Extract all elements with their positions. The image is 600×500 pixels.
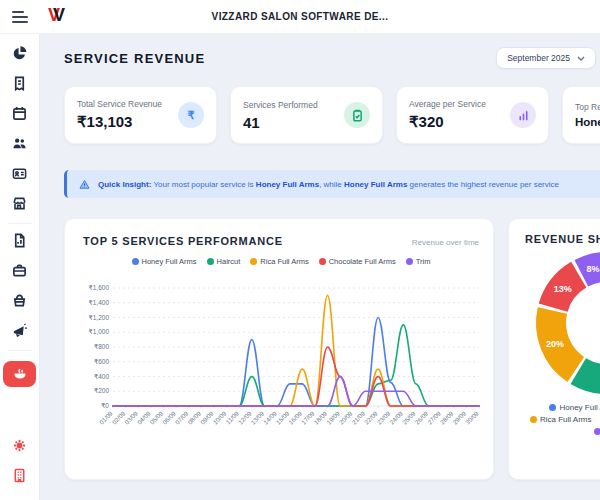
legend-item[interactable]: Honey Full Arms	[549, 403, 600, 412]
series-line-haircut[interactable]	[113, 325, 479, 406]
sidebar-item-billing[interactable]	[0, 70, 40, 100]
stat-value: 41	[243, 114, 344, 131]
reports-icon	[12, 233, 27, 251]
legend-dot	[207, 258, 214, 265]
app-header: VV VIZZARD SALON SOFTWARE DE...	[0, 0, 600, 34]
stat-label: Top Revenue Service	[575, 102, 600, 112]
invoice-icon	[12, 76, 27, 94]
legend-item[interactable]: Honey Full Arms	[132, 257, 197, 266]
month-selector-value: September 2025	[507, 53, 570, 63]
sidebar-item-staff[interactable]	[0, 160, 40, 190]
top-services-performance-panel: TOP 5 SERVICES PERFORMANCE Revenue over …	[64, 218, 494, 480]
sidebar-item-reports[interactable]	[0, 227, 40, 257]
legend-dot	[250, 258, 257, 265]
vizzard-logo: VV	[48, 7, 68, 27]
stat-card-total-revenue: Total Service Revenue ₹13,103 ₹	[64, 86, 217, 144]
sidebar-item-services-active[interactable]	[3, 361, 36, 387]
legend-dot	[132, 258, 139, 265]
y-tick-label: ₹1,400	[89, 299, 110, 306]
revenue-share-donut-chart: 38%21%20%13%8%	[525, 245, 600, 397]
legend-dot	[549, 404, 556, 411]
donut-chart-legend: Honey Full ArmsHaircutRica Full ArmsChoc…	[525, 403, 600, 436]
sidebar-item-dashboard[interactable]	[0, 40, 40, 70]
sidebar	[0, 34, 40, 500]
legend-item[interactable]: Rica Full Arms	[530, 415, 592, 424]
legend-item[interactable]: Trim	[406, 257, 431, 266]
store-icon	[12, 196, 27, 214]
stat-card-services-performed: Services Performed 41	[230, 86, 383, 144]
bar-chart-icon	[510, 102, 536, 128]
legend-item[interactable]: Chocolate Full Arms	[319, 257, 396, 266]
sidebar-item-customers[interactable]	[0, 130, 40, 160]
y-tick-label: ₹1,000	[89, 328, 110, 335]
y-tick-label: ₹1,200	[89, 314, 110, 321]
sidebar-item-inventory[interactable]	[0, 257, 40, 287]
stat-label: Average per Service	[409, 99, 510, 109]
stat-cards-row: Total Service Revenue ₹13,103 ₹ Services…	[64, 86, 600, 144]
hamburger-menu-icon[interactable]	[12, 10, 30, 24]
legend-dot	[406, 258, 413, 265]
inventory-icon	[12, 263, 27, 281]
sidebar-item-calendar[interactable]	[0, 100, 40, 130]
page-header: SERVICE REVENUE September 2025	[64, 46, 596, 70]
page-title: SERVICE REVENUE	[64, 51, 205, 66]
y-tick-label: ₹1,600	[89, 284, 110, 291]
legend-item[interactable]: Trim	[594, 427, 600, 436]
donut-slice-label: 8%	[587, 264, 600, 274]
dashboard-pie-icon	[12, 46, 27, 64]
y-tick-label: ₹600	[94, 358, 109, 365]
stat-label: Services Performed	[243, 100, 344, 110]
sidebar-item-store[interactable]	[0, 190, 40, 220]
marketing-icon	[12, 323, 27, 341]
stat-card-top-revenue-service: Top Revenue Service Honey Full Arms	[562, 86, 600, 144]
donut-chart-title: REVENUE SHARE	[525, 233, 600, 245]
services-icon	[13, 366, 27, 383]
quick-insight-banner: Quick Insight: Your most popular service…	[64, 170, 600, 198]
business-building-icon	[12, 468, 27, 486]
sidebar-item-marketing[interactable]	[0, 317, 40, 347]
settings-gear-icon	[12, 438, 27, 456]
month-selector[interactable]: September 2025	[496, 47, 596, 69]
customers-icon	[12, 136, 27, 154]
insight-text: Quick Insight: Your most popular service…	[98, 180, 559, 189]
y-tick-label: ₹800	[94, 343, 109, 350]
calendar-icon	[12, 106, 27, 124]
revenue-line-chart: ₹0₹200₹400₹600₹800₹1,000₹1,200₹1,400₹1,6…	[83, 266, 481, 458]
packages-icon	[12, 293, 27, 311]
stat-value: ₹13,103	[77, 113, 178, 131]
chevron-down-icon	[577, 56, 585, 61]
y-tick-label: ₹400	[94, 373, 109, 380]
sidebar-divider	[8, 350, 32, 351]
legend-dot	[594, 428, 600, 435]
line-chart-subtitle: Revenue over time	[412, 238, 479, 247]
y-tick-label: ₹0	[101, 402, 109, 409]
stat-value: Honey Full Arms	[575, 116, 600, 128]
clipboard-check-icon	[344, 102, 370, 128]
x-tick-label: 10/09	[211, 409, 227, 425]
stat-card-average-per-service: Average per Service ₹320	[396, 86, 549, 144]
x-tick-label: 30/09	[464, 409, 480, 425]
alert-triangle-icon	[79, 179, 90, 190]
sidebar-divider	[8, 223, 32, 224]
sidebar-item-business[interactable]	[0, 462, 40, 492]
donut-slice-haircut[interactable]	[578, 365, 600, 379]
line-chart-legend: Honey Full ArmsHaircutRica Full ArmsChoc…	[83, 257, 479, 266]
staff-id-icon	[12, 166, 27, 184]
legend-item[interactable]: Rica Full Arms	[250, 257, 308, 266]
legend-item[interactable]: Haircut	[207, 257, 241, 266]
legend-dot	[319, 258, 326, 265]
stat-label: Total Service Revenue	[77, 99, 178, 109]
charts-row: TOP 5 SERVICES PERFORMANCE Revenue over …	[64, 218, 600, 480]
app-title: VIZZARD SALON SOFTWARE DE...	[212, 11, 389, 22]
series-line-rica-full-arms[interactable]	[113, 295, 479, 406]
sidebar-item-packages[interactable]	[0, 287, 40, 317]
line-chart-title: TOP 5 SERVICES PERFORMANCE	[83, 235, 283, 247]
revenue-share-panel: REVENUE SHARE 38%21%20%13%8% Honey Full …	[508, 218, 600, 480]
y-tick-label: ₹200	[94, 387, 109, 394]
donut-slice-label: 20%	[546, 339, 564, 349]
rupee-icon: ₹	[178, 102, 204, 128]
main-content: SERVICE REVENUE September 2025 Total Ser…	[40, 34, 600, 500]
donut-slice-label: 13%	[554, 284, 572, 294]
sidebar-item-settings[interactable]	[0, 432, 40, 462]
legend-dot	[530, 416, 537, 423]
